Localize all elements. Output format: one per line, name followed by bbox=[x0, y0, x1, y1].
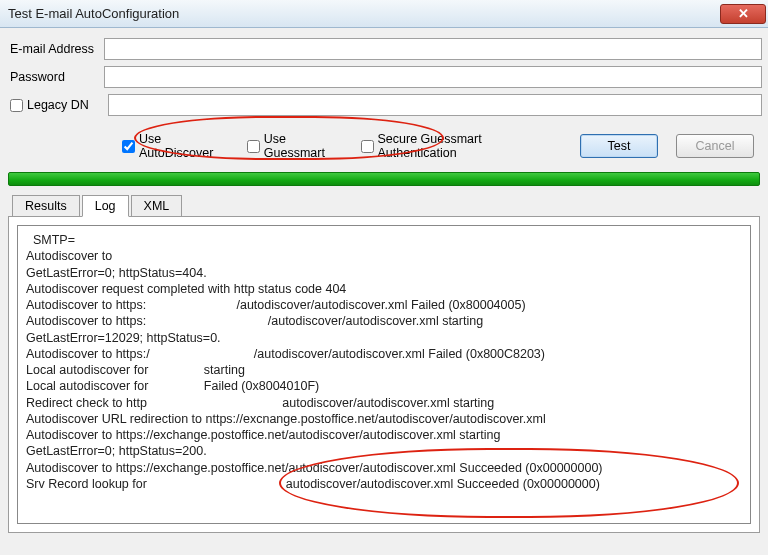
log-panel: SMTP= Autodiscover to GetLastError=0; ht… bbox=[8, 217, 760, 533]
tabstrip: Results Log XML bbox=[8, 194, 760, 217]
legacy-checkbox[interactable] bbox=[10, 99, 23, 112]
secure-checkbox[interactable] bbox=[361, 140, 374, 153]
progress-bar bbox=[8, 172, 760, 186]
legacy-label: Legacy DN bbox=[27, 98, 89, 112]
guessmart-label: Use Guessmart bbox=[264, 132, 339, 160]
tab-results[interactable]: Results bbox=[12, 195, 80, 217]
email-input[interactable] bbox=[104, 38, 762, 60]
tab-log[interactable]: Log bbox=[82, 195, 129, 217]
tab-xml[interactable]: XML bbox=[131, 195, 183, 217]
legacy-input[interactable] bbox=[108, 94, 762, 116]
row-legacy: Legacy DN bbox=[10, 94, 762, 116]
password-label: Password bbox=[10, 70, 104, 84]
options-row: Use AutoDiscover Use Guessmart Secure Gu… bbox=[10, 122, 762, 166]
window-title: Test E-mail AutoConfiguration bbox=[8, 6, 720, 21]
log-text: SMTP= Autodiscover to GetLastError=0; ht… bbox=[17, 225, 751, 524]
row-password: Password bbox=[10, 66, 762, 88]
password-input[interactable] bbox=[104, 66, 762, 88]
test-button[interactable]: Test bbox=[580, 134, 658, 158]
cancel-button[interactable]: Cancel bbox=[676, 134, 754, 158]
autodiscover-checkbox[interactable] bbox=[122, 140, 135, 153]
close-button[interactable]: ✕ bbox=[720, 4, 766, 24]
form-area: E-mail Address Password Legacy DN Use Au… bbox=[0, 28, 768, 170]
row-email: E-mail Address bbox=[10, 38, 762, 60]
titlebar: Test E-mail AutoConfiguration ✕ bbox=[0, 0, 768, 28]
email-label: E-mail Address bbox=[10, 42, 104, 56]
guessmart-checkbox[interactable] bbox=[247, 140, 260, 153]
close-icon: ✕ bbox=[738, 6, 749, 21]
secure-label: Secure Guessmart Authentication bbox=[378, 132, 541, 160]
autodiscover-label: Use AutoDiscover bbox=[139, 132, 225, 160]
